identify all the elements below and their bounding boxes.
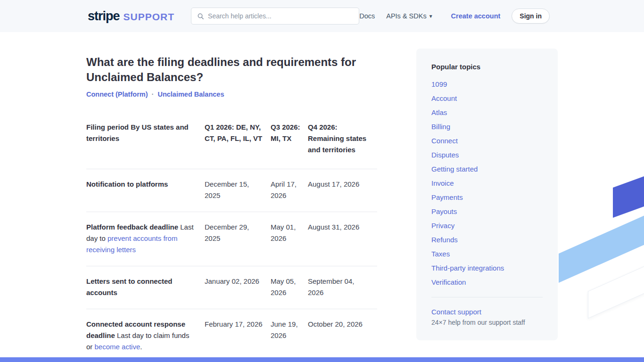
- sidebar-topic-verification[interactable]: Verification: [431, 278, 466, 286]
- table-header-row: Filing period By US states and territori…: [86, 122, 377, 169]
- list-item: Verification: [431, 278, 543, 287]
- sidebar-topic-account[interactable]: Account: [431, 94, 457, 102]
- filing-deadlines-table: Filing period By US states and territori…: [86, 122, 377, 362]
- cell-q4-date: September 04, 2026: [308, 266, 377, 309]
- search-bar[interactable]: [191, 8, 359, 25]
- cell-q3-date: May 05, 2026: [271, 266, 308, 309]
- sidebar-topic-payments[interactable]: Payments: [431, 193, 463, 201]
- breadcrumb-link-connect-platform[interactable]: Connect (Platform): [86, 90, 148, 98]
- cell-q1-date: February 17, 2026: [205, 309, 271, 362]
- cell-q1-date: December 15, 2025: [205, 169, 271, 212]
- table-row: Letters sent to connected accounts Janua…: [86, 266, 377, 309]
- header: stripe SUPPORT Docs APIs & SDKs▼ Create …: [0, 0, 644, 32]
- sidebar-topic-connect[interactable]: Connect: [431, 137, 458, 145]
- breadcrumb: Connect (Platform) · Unclaimed Balances: [86, 90, 377, 98]
- nav-create-account[interactable]: Create account: [451, 12, 501, 20]
- list-item: Taxes: [431, 250, 543, 258]
- nav-docs[interactable]: Docs: [359, 12, 375, 20]
- nav-apis-sdks-label: APIs & SDKs: [386, 12, 426, 20]
- cell-q4-date: August 17, 2026: [308, 169, 377, 212]
- page-title: What are the filing deadlines and requir…: [86, 55, 360, 85]
- col-header-q3-2026: Q3 2026: MI, TX: [271, 122, 308, 169]
- sidebar-topic-taxes[interactable]: Taxes: [431, 250, 450, 258]
- list-item: 1099: [431, 80, 543, 89]
- cell-q1-date: January 02, 2026: [205, 266, 271, 309]
- breadcrumb-link-unclaimed-balances[interactable]: Unclaimed Balances: [157, 90, 224, 98]
- cell-q4-date: October 20, 2026: [308, 309, 377, 362]
- popular-topics-card: Popular topics 1099 Account Atlas Billin…: [416, 49, 558, 340]
- nav-apis-sdks[interactable]: APIs & SDKs▼: [386, 12, 433, 20]
- popular-topics-title: Popular topics: [431, 63, 543, 71]
- sidebar-topic-third-party-integrations[interactable]: Third-party integrations: [431, 264, 504, 272]
- list-item: Privacy: [431, 222, 543, 230]
- list-item: Payouts: [431, 207, 543, 216]
- col-header-filing-period: Filing period By US states and territori…: [86, 122, 205, 169]
- stripe-support-logo[interactable]: stripe SUPPORT: [88, 9, 174, 24]
- sidebar-topic-getting-started[interactable]: Getting started: [431, 165, 478, 173]
- row-label: Connected account response deadline Last…: [86, 309, 205, 362]
- table-row: Platform feedback deadline Last day to p…: [86, 212, 377, 266]
- cell-q1-date: December 29, 2025: [205, 212, 271, 266]
- cell-q3-date: May 01, 2026: [271, 212, 308, 266]
- cell-q3-date: April 17, 2026: [271, 169, 308, 212]
- sidebar-topic-privacy[interactable]: Privacy: [431, 222, 454, 230]
- list-item: Payments: [431, 193, 543, 202]
- contact-support-subtext: 24×7 help from our support staff: [431, 319, 543, 326]
- main-area: What are the filing deadlines and requir…: [0, 32, 644, 362]
- article-content: What are the filing deadlines and requir…: [86, 32, 377, 362]
- table-row: Connected account response deadline Last…: [86, 309, 377, 362]
- stripe-wordmark: stripe: [88, 9, 120, 24]
- list-item: Account: [431, 94, 543, 103]
- popular-topics-list: 1099 Account Atlas Billing Connect Dispu…: [431, 80, 543, 287]
- list-item: Atlas: [431, 108, 543, 117]
- breadcrumb-separator: ·: [152, 90, 154, 98]
- col-header-q4-2026: Q4 2026: Remaining states and territorie…: [308, 122, 377, 169]
- sign-in-button[interactable]: Sign in: [512, 8, 550, 24]
- search-input[interactable]: [208, 12, 353, 20]
- list-item: Refunds: [431, 236, 543, 244]
- row-label: Platform feedback deadline Last day to p…: [86, 212, 205, 266]
- chevron-down-icon: ▼: [429, 14, 433, 19]
- row-label-bold: Platform feedback deadline: [86, 223, 178, 231]
- list-item: Connect: [431, 137, 543, 145]
- list-item: Billing: [431, 123, 543, 131]
- header-nav: Docs APIs & SDKs▼ Create account Sign in: [359, 8, 550, 24]
- row-label-bold: Letters sent to connected accounts: [86, 277, 173, 296]
- sidebar-topic-billing[interactable]: Billing: [431, 123, 450, 131]
- list-item: Getting started: [431, 165, 543, 173]
- row-label-suffix: .: [140, 343, 142, 351]
- list-item: Third-party integrations: [431, 264, 543, 272]
- cell-q4-date: August 31, 2026: [308, 212, 377, 266]
- contact-support-link[interactable]: Contact support: [431, 308, 543, 316]
- table-row: Notification to platforms December 15, 2…: [86, 169, 377, 212]
- sidebar-topic-refunds[interactable]: Refunds: [431, 236, 458, 244]
- row-label: Letters sent to connected accounts: [86, 266, 205, 309]
- support-wordmark: SUPPORT: [124, 11, 175, 23]
- sidebar-topic-atlas[interactable]: Atlas: [431, 108, 447, 116]
- cell-q3-date: June 19, 2026: [271, 309, 308, 362]
- sidebar-topic-payouts[interactable]: Payouts: [431, 207, 457, 215]
- row-label-bold: Notification to platforms: [86, 180, 168, 188]
- list-item: Invoice: [431, 179, 543, 188]
- row-label: Notification to platforms: [86, 169, 205, 212]
- list-item: Disputes: [431, 151, 543, 159]
- col-header-q1-2026: Q1 2026: DE, NY, CT, PA, FL, IL, VT: [205, 122, 271, 169]
- sidebar-divider: [431, 297, 543, 297]
- sidebar-topic-1099[interactable]: 1099: [431, 80, 447, 88]
- search-icon: [197, 13, 204, 20]
- become-active-link[interactable]: become active: [95, 343, 140, 351]
- sidebar-topic-disputes[interactable]: Disputes: [431, 151, 459, 159]
- sidebar-topic-invoice[interactable]: Invoice: [431, 179, 454, 187]
